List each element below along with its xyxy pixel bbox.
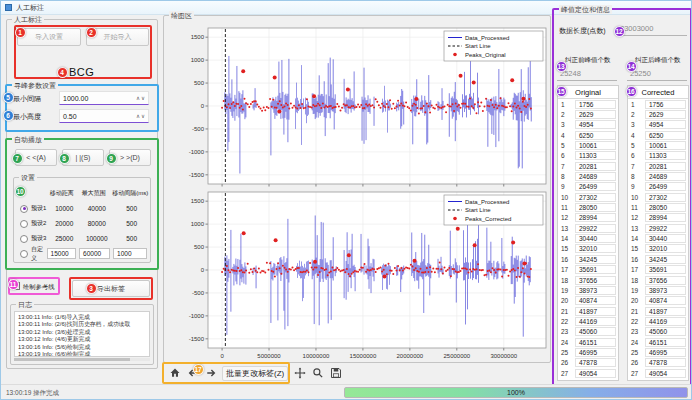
- peak-value-cell[interactable]: 35691: [575, 265, 616, 274]
- peak-value-cell[interactable]: 38973: [645, 286, 686, 295]
- peak-value-cell[interactable]: 46995: [575, 348, 616, 357]
- table-row: 611303: [558, 151, 618, 161]
- preset-value: 100000: [80, 235, 113, 242]
- peak-value-cell[interactable]: 40874: [575, 296, 616, 305]
- preset-value[interactable]: 60000: [79, 248, 110, 259]
- peak-value-cell[interactable]: 40874: [645, 296, 686, 305]
- peak-value-cell[interactable]: 49054: [575, 369, 616, 378]
- peak-value-cell[interactable]: 35691: [645, 265, 686, 274]
- peak-value-cell[interactable]: 46151: [645, 338, 686, 347]
- peak-value-cell[interactable]: 29922: [645, 224, 686, 233]
- data-length-field[interactable]: 33003000: [617, 22, 687, 36]
- annotation-circle-11: 11: [8, 279, 19, 290]
- peak-value-cell[interactable]: 27302: [575, 193, 616, 202]
- preset-radio[interactable]: [20, 250, 28, 258]
- peak-value-cell[interactable]: 28994: [575, 213, 616, 222]
- svg-text:Data_Processed: Data_Processed: [465, 199, 509, 205]
- annotation-circle-8: 8: [59, 153, 70, 164]
- log-hscrollbar[interactable]: [14, 358, 150, 361]
- svg-text:Peaks_Corrected: Peaks_Corrected: [465, 216, 511, 222]
- batch-edit-labels-button[interactable]: 批量更改标签(Z): [222, 366, 288, 381]
- spin-up-icon[interactable]: ∧: [136, 113, 140, 119]
- annotation-circle-16: 16: [626, 86, 637, 97]
- peak-value-cell[interactable]: 1756: [645, 100, 686, 109]
- peak-value-cell[interactable]: 10061: [645, 141, 686, 150]
- svg-text:Start Line: Start Line: [465, 43, 491, 49]
- forward-arrow-icon[interactable]: [204, 367, 217, 380]
- min-height-spinner[interactable]: 0.50 ∧ ∨: [59, 109, 149, 123]
- peak-value-cell[interactable]: 44169: [575, 317, 616, 326]
- peak-value-cell[interactable]: 27302: [645, 193, 686, 202]
- peak-value-cell[interactable]: 2629: [575, 110, 616, 119]
- peak-value-cell[interactable]: 26499: [645, 182, 686, 191]
- peak-value-cell[interactable]: 45060: [645, 327, 686, 336]
- peak-value-cell[interactable]: 11303: [575, 151, 616, 160]
- peak-value-cell[interactable]: 46995: [645, 348, 686, 357]
- spin-down-icon[interactable]: ∨: [141, 113, 145, 119]
- original-peaks-table[interactable]: Original11756226293495446250510061611303…: [557, 85, 619, 381]
- peak-value-cell[interactable]: 24689: [575, 172, 616, 181]
- preset-value[interactable]: 15000: [47, 248, 76, 259]
- peak-value-cell[interactable]: 46151: [575, 338, 616, 347]
- peak-value-cell[interactable]: 32010: [575, 244, 616, 253]
- peak-value-cell[interactable]: 30440: [645, 234, 686, 243]
- peak-value-cell[interactable]: 20281: [575, 162, 616, 171]
- peak-value-cell[interactable]: 45060: [575, 327, 616, 336]
- preset-name: 自定义: [31, 245, 47, 263]
- peak-value-cell[interactable]: 41897: [645, 307, 686, 316]
- peak-value-cell[interactable]: 37656: [645, 276, 686, 285]
- log-list[interactable]: 13:00:11 Info: (1/6)导入完成13:00:11 Info: (…: [14, 311, 150, 357]
- peak-value-cell[interactable]: 28994: [645, 213, 686, 222]
- titlebar[interactable]: 人工标注: [1, 1, 691, 15]
- peak-value-cell[interactable]: 38973: [575, 286, 616, 295]
- peak-value-cell[interactable]: 11303: [645, 151, 686, 160]
- magnifier-icon[interactable]: [311, 367, 324, 380]
- export-labels-button[interactable]: 导出标签: [72, 280, 150, 297]
- preset-row: 自定义15000600001000: [14, 246, 150, 261]
- peak-value-cell[interactable]: 2629: [645, 110, 686, 119]
- spin-up-icon[interactable]: ∧: [136, 95, 140, 101]
- peak-value-cell[interactable]: 47878: [645, 358, 686, 367]
- peak-value-cell[interactable]: 4954: [645, 120, 686, 129]
- peak-value-cell[interactable]: 41897: [575, 307, 616, 316]
- peak-value-cell[interactable]: 47878: [575, 358, 616, 367]
- table-row: 46250: [628, 130, 688, 140]
- peak-value-cell[interactable]: 26499: [575, 182, 616, 191]
- peak-value-cell[interactable]: 6250: [645, 131, 686, 140]
- peak-value-cell[interactable]: 4954: [575, 120, 616, 129]
- min-interval-spinner[interactable]: 1000.00 ∧ ∨: [59, 91, 149, 105]
- table-row: 1430440: [558, 233, 618, 243]
- spin-down-icon[interactable]: ∨: [141, 95, 145, 101]
- corrected-peaks-table[interactable]: Corrected1175622629349544625051006161130…: [627, 85, 689, 381]
- peak-value-cell[interactable]: 34245: [575, 255, 616, 264]
- annotation-circle-17: 17: [193, 364, 204, 375]
- pan-icon[interactable]: [293, 367, 306, 380]
- preset-value: 80000: [80, 220, 113, 227]
- table-row: 2345060: [558, 327, 618, 337]
- peak-value-cell[interactable]: 6250: [575, 131, 616, 140]
- save-icon[interactable]: [329, 367, 342, 380]
- import-settings-button[interactable]: 导入设置: [17, 28, 81, 46]
- peak-value-cell[interactable]: 1756: [575, 100, 616, 109]
- peak-value-cell[interactable]: 28050: [575, 203, 616, 212]
- peak-value-cell[interactable]: 24689: [645, 172, 686, 181]
- peak-value-cell[interactable]: 32010: [645, 244, 686, 253]
- peak-value-cell[interactable]: 20281: [645, 162, 686, 171]
- peak-value-cell[interactable]: 44169: [645, 317, 686, 326]
- home-icon[interactable]: [168, 367, 181, 380]
- preset-radio[interactable]: [20, 220, 28, 228]
- peak-value-cell[interactable]: 37656: [575, 276, 616, 285]
- table-row: 2446151: [628, 337, 688, 347]
- signal-charts[interactable]: -1500-1000-500050010001500Data_Processed…: [164, 20, 552, 364]
- peak-value-cell[interactable]: 29922: [575, 224, 616, 233]
- svg-text:Peaks_Original: Peaks_Original: [465, 52, 506, 58]
- preset-radio[interactable]: [20, 205, 28, 213]
- preset-value[interactable]: 1000: [113, 248, 147, 259]
- svg-text:25000000: 25000000: [443, 353, 470, 359]
- peak-value-cell[interactable]: 49054: [645, 369, 686, 378]
- preset-radio[interactable]: [20, 235, 28, 243]
- peak-value-cell[interactable]: 30440: [575, 234, 616, 243]
- peak-value-cell[interactable]: 28050: [645, 203, 686, 212]
- peak-value-cell[interactable]: 34245: [645, 255, 686, 264]
- peak-value-cell[interactable]: 10061: [575, 141, 616, 150]
